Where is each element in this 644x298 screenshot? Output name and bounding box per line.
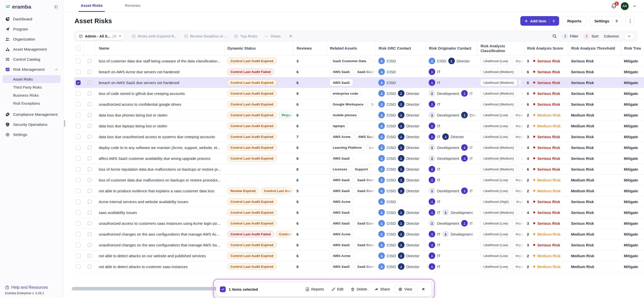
- risk-name-cell[interactable]: loss of customer data due staff being un…: [96, 56, 224, 66]
- table-row[interactable]: unauthorized access to confidential goog…: [74, 99, 644, 110]
- row-checkbox[interactable]: [76, 199, 81, 204]
- notifications-button[interactable]: 1: [611, 3, 617, 9]
- risk-name-cell[interactable]: loss of code stored in github due creepi…: [96, 88, 224, 99]
- tab-reviews[interactable]: Reviews: [123, 0, 143, 12]
- sidebar-item-control-catalog[interactable]: Control Catalog: [3, 54, 61, 64]
- column-header-treatment[interactable]: Risk Trea: [621, 42, 644, 55]
- table-row[interactable]: loss of Acme reputation data due malfunc…: [74, 164, 644, 175]
- add-item-button[interactable]: Add item: [520, 16, 559, 26]
- row-checkbox[interactable]: [76, 221, 81, 226]
- risk-name-cell[interactable]: not able to detect attacks to customer s…: [96, 261, 224, 272]
- row-checkbox[interactable]: [76, 91, 81, 96]
- row-checkbox[interactable]: [76, 124, 81, 128]
- risk-name-cell[interactable]: loss of customer data due malfunctions o…: [96, 175, 224, 185]
- sidebar-item-security-operations[interactable]: Security Operations: [3, 120, 61, 130]
- risk-name-cell[interactable]: Acme internal services and website avail…: [96, 196, 224, 207]
- sort-control[interactable]: 1 Sort: [584, 33, 598, 39]
- view-risks-with-expired[interactable]: Risks with Expired R...: [128, 34, 181, 38]
- column-header-classification[interactable]: Risk Analysis Classification: [477, 42, 524, 55]
- table-row[interactable]: not able to detect attacks on our websit…: [74, 250, 644, 261]
- risk-name-cell[interactable]: breach on AWS SaaS due servers not harde…: [96, 77, 224, 88]
- row-checkbox[interactable]: [76, 210, 81, 215]
- settings-split-chevrons-icon[interactable]: [615, 19, 619, 23]
- row-checkbox[interactable]: [76, 59, 81, 63]
- sidebar-subitem-third-party-risks[interactable]: Third Party Risks: [3, 83, 61, 91]
- more-actions-button[interactable]: ⋮: [626, 16, 635, 26]
- sidebar-item-compliance-management[interactable]: Compliance Management: [3, 109, 61, 120]
- table-row[interactable]: not able to produce evidence that explai…: [74, 185, 644, 196]
- tab-asset-risks[interactable]: Asset Risks: [79, 0, 105, 12]
- risk-name-cell[interactable]: not able to detect attacks on our websit…: [96, 250, 224, 261]
- row-checkbox[interactable]: [76, 189, 81, 193]
- row-checkbox[interactable]: [76, 156, 81, 161]
- columns-control[interactable]: Columns: [604, 34, 619, 38]
- row-checkbox[interactable]: [76, 113, 81, 118]
- sidebar-item-asset-management[interactable]: Asset Management: [3, 44, 61, 54]
- row-checkbox[interactable]: [76, 167, 81, 172]
- risk-name-cell[interactable]: not able to produce evidence that explai…: [96, 185, 224, 196]
- selection-action-share[interactable]: Share: [372, 285, 393, 293]
- row-checkbox[interactable]: [76, 253, 81, 258]
- column-header-score[interactable]: Risk Analysis Score: [524, 42, 568, 55]
- risk-name-cell[interactable]: deploy code to to any software we mantai…: [96, 142, 224, 153]
- row-checkbox[interactable]: [76, 264, 81, 269]
- table-row[interactable]: saas availability issuesControl Last Aud…: [74, 207, 644, 218]
- risk-name-cell[interactable]: unauthorized access to confidential goog…: [96, 99, 224, 109]
- row-checkbox[interactable]: [76, 80, 81, 85]
- row-checkbox[interactable]: [76, 134, 81, 139]
- search-icon[interactable]: [552, 34, 557, 39]
- view-review-deadline[interactable]: Review Deadline in ...: [181, 34, 231, 38]
- user-avatar[interactable]: AA: [621, 2, 629, 10]
- settings-button[interactable]: Settings: [590, 16, 622, 26]
- column-header-assets[interactable]: Related Assets: [327, 42, 375, 55]
- sidebar-item-risk-management[interactable]: Risk Management: [3, 64, 61, 74]
- table-row[interactable]: data loss due laptops being lost or stol…: [74, 121, 644, 131]
- risk-name-cell[interactable]: unauthorized changes on the aws configur…: [96, 240, 224, 250]
- row-checkbox[interactable]: [76, 243, 81, 247]
- risk-name-cell[interactable]: data loss due phones being lost or stole…: [96, 110, 224, 120]
- table-row[interactable]: deploy code to to any software we mantai…: [74, 142, 644, 153]
- column-header-originator[interactable]: Risk Originator Contact: [426, 42, 477, 55]
- table-row[interactable]: data loss due unauthorized access to sys…: [74, 131, 644, 142]
- view-top-risks[interactable]: Top Risks: [231, 34, 261, 38]
- risk-name-cell[interactable]: unauthorized changes on the aws configur…: [96, 229, 224, 239]
- risk-name-cell[interactable]: data loss due laptops being lost or stol…: [96, 121, 224, 131]
- column-header-reviews[interactable]: Reviews: [293, 42, 327, 55]
- risk-name-cell[interactable]: saas availability issues: [96, 207, 224, 218]
- risk-name-cell[interactable]: unauthorized access to customers saas in…: [96, 218, 224, 229]
- selection-action-delete[interactable]: Delete: [348, 285, 370, 293]
- row-checkbox[interactable]: [76, 232, 81, 237]
- table-row[interactable]: unauthorized access to customers saas in…: [74, 218, 644, 229]
- selection-action-edit[interactable]: Edit: [329, 285, 346, 293]
- sidebar-item-organization[interactable]: Organization: [3, 34, 61, 44]
- risk-name-cell[interactable]: data loss due unauthorized access to sys…: [96, 131, 224, 142]
- help-and-resources-link[interactable]: Help and Resources: [5, 285, 58, 290]
- table-row[interactable]: affect AWS SaaS customer availability du…: [74, 153, 644, 164]
- risk-name-cell[interactable]: breach on AWS Acme due servers not harde…: [96, 66, 224, 77]
- table-row[interactable]: data loss due phones being lost or stole…: [74, 110, 644, 121]
- select-all-checkbox[interactable]: [76, 46, 81, 51]
- row-checkbox[interactable]: [76, 145, 81, 150]
- table-row[interactable]: Acme internal services and website avail…: [74, 196, 644, 207]
- table-row[interactable]: unauthorized changes on the aws configur…: [74, 240, 644, 250]
- risk-name-cell[interactable]: loss of Acme reputation data due malfunc…: [96, 164, 224, 174]
- sidebar-collapse-button[interactable]: [52, 4, 60, 10]
- selection-action-reports[interactable]: Reports: [303, 285, 327, 293]
- table-row[interactable]: loss of customer data due malfunctions o…: [74, 175, 644, 185]
- row-checkbox[interactable]: [76, 178, 81, 182]
- sidebar-subitem-business-risks[interactable]: Business Risks: [3, 91, 61, 99]
- active-view-pill[interactable]: Admin - All it... 20: [76, 32, 125, 40]
- reports-button[interactable]: Reports: [562, 16, 586, 26]
- row-checkbox[interactable]: [76, 102, 81, 107]
- table-row[interactable]: loss of customer data due staff being un…: [74, 56, 644, 66]
- sidebar-item-settings[interactable]: Settings: [3, 130, 61, 140]
- table-row[interactable]: loss of code stored in github due creepi…: [74, 88, 644, 99]
- views-menu-button[interactable]: ⋯ Views: [261, 34, 284, 38]
- column-header-grc[interactable]: Risk GRC Contact: [375, 42, 426, 55]
- column-header-status[interactable]: Dynamic Status: [224, 42, 293, 55]
- selection-checkbox[interactable]: [220, 286, 226, 292]
- table-row[interactable]: unauthorized changes on the aws configur…: [74, 229, 644, 240]
- add-item-split-chevrons-icon[interactable]: [552, 19, 556, 23]
- sidebar-subitem-asset-risks[interactable]: Asset Risks: [3, 75, 61, 83]
- column-header-threshold[interactable]: Risk Analysis Threshold: [568, 42, 621, 55]
